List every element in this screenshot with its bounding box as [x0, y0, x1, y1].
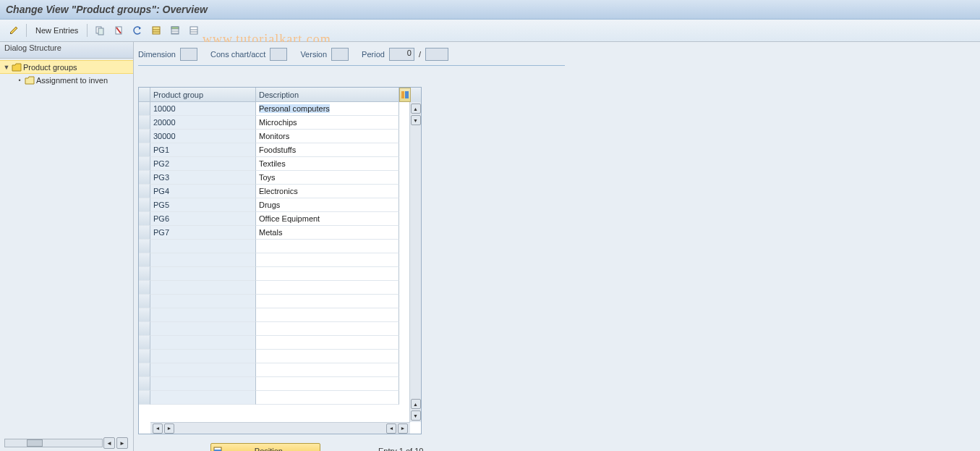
- undo-icon[interactable]: [129, 22, 145, 38]
- table-row[interactable]: 10000Personal computers: [139, 102, 421, 116]
- grid-selectall-header[interactable]: [139, 88, 150, 102]
- cell-product-group[interactable]: [150, 391, 256, 405]
- scrollbar-track[interactable]: [4, 439, 103, 447]
- grid-hscroll[interactable]: ◄ ► ◄ ►: [150, 422, 410, 434]
- table-row[interactable]: PG5Drugs: [139, 198, 421, 212]
- col-header-product-group[interactable]: Product group: [150, 88, 256, 102]
- table-row[interactable]: [139, 267, 421, 281]
- table-row[interactable]: [139, 281, 421, 295]
- row-select-handle[interactable]: [139, 281, 150, 295]
- version-input[interactable]: [331, 48, 349, 61]
- table-row[interactable]: [139, 377, 421, 391]
- tree-expand-icon[interactable]: ▼: [3, 64, 10, 71]
- scroll-left-icon[interactable]: ◄: [103, 437, 115, 449]
- scroll-up-step-icon[interactable]: ▼: [411, 115, 421, 125]
- col-header-description[interactable]: Description: [256, 88, 399, 102]
- cell-product-group[interactable]: [150, 377, 256, 391]
- cell-product-group[interactable]: [150, 253, 256, 267]
- scroll-right-icon[interactable]: ◄: [386, 423, 396, 434]
- table-row[interactable]: [139, 253, 421, 267]
- cell-description[interactable]: [256, 240, 399, 253]
- table-row[interactable]: [139, 322, 421, 336]
- cell-description[interactable]: [256, 281, 399, 295]
- cell-product-group[interactable]: [150, 322, 256, 336]
- cell-product-group[interactable]: PG7: [150, 226, 256, 240]
- cell-description[interactable]: Drugs: [256, 198, 399, 212]
- tree-node-assignment[interactable]: • Assignment to inven: [0, 74, 133, 86]
- period-input-a[interactable]: 0: [389, 48, 414, 61]
- scroll-up-icon[interactable]: ▲: [411, 104, 421, 114]
- scroll-left-icon[interactable]: ►: [164, 423, 174, 434]
- cell-product-group[interactable]: PG3: [150, 171, 256, 185]
- table-row[interactable]: 20000Microchips: [139, 116, 421, 130]
- scroll-first-icon[interactable]: ◄: [153, 423, 163, 434]
- cell-product-group[interactable]: [150, 240, 256, 253]
- cell-description[interactable]: Office Equipment: [256, 212, 399, 226]
- row-select-handle[interactable]: [139, 322, 150, 336]
- table-row[interactable]: 30000Monitors: [139, 130, 421, 143]
- table-row[interactable]: PG4Electronics: [139, 185, 421, 198]
- table-row[interactable]: PG2Textiles: [139, 157, 421, 171]
- row-select-handle[interactable]: [139, 240, 150, 253]
- delete-icon[interactable]: [111, 22, 127, 38]
- deselect-all-icon[interactable]: [186, 22, 202, 38]
- cell-description[interactable]: Toys: [256, 171, 399, 185]
- cell-product-group[interactable]: PG4: [150, 185, 256, 198]
- grid-vscroll[interactable]: ▲ ▼ ▲ ▼: [409, 102, 421, 422]
- row-select-handle[interactable]: [139, 253, 150, 267]
- cell-product-group[interactable]: 10000: [150, 102, 256, 116]
- copy-icon[interactable]: [92, 22, 108, 38]
- table-row[interactable]: [139, 391, 421, 405]
- cell-product-group[interactable]: [150, 267, 256, 281]
- period-input-b[interactable]: [425, 48, 448, 61]
- row-select-handle[interactable]: [139, 198, 150, 212]
- scroll-right-icon[interactable]: ►: [116, 437, 128, 449]
- cell-description[interactable]: Foodstuffs: [256, 143, 399, 157]
- row-select-handle[interactable]: [139, 157, 150, 171]
- cell-description[interactable]: [256, 267, 399, 281]
- table-row[interactable]: PG6Office Equipment: [139, 212, 421, 226]
- cell-description[interactable]: Microchips: [256, 116, 399, 130]
- row-select-handle[interactable]: [139, 377, 150, 391]
- position-button[interactable]: Position...: [210, 443, 320, 451]
- row-select-handle[interactable]: [139, 363, 150, 377]
- row-select-handle[interactable]: [139, 350, 150, 363]
- cell-description[interactable]: Metals: [256, 226, 399, 240]
- row-select-handle[interactable]: [139, 143, 150, 157]
- cell-product-group[interactable]: 20000: [150, 116, 256, 130]
- table-row[interactable]: [139, 350, 421, 363]
- row-select-handle[interactable]: [139, 267, 150, 281]
- row-select-handle[interactable]: [139, 391, 150, 405]
- cell-description[interactable]: [256, 377, 399, 391]
- scrollbar-thumb[interactable]: [27, 439, 43, 447]
- scroll-last-icon[interactable]: ►: [398, 423, 408, 434]
- cell-product-group[interactable]: PG1: [150, 143, 256, 157]
- cell-description[interactable]: [256, 322, 399, 336]
- row-select-handle[interactable]: [139, 212, 150, 226]
- cell-product-group[interactable]: [150, 363, 256, 377]
- cell-product-group[interactable]: [150, 350, 256, 363]
- cell-product-group[interactable]: PG2: [150, 157, 256, 171]
- table-row[interactable]: PG7Metals: [139, 226, 421, 240]
- row-select-handle[interactable]: [139, 295, 150, 308]
- scroll-down-icon[interactable]: ▼: [411, 410, 421, 421]
- table-row[interactable]: PG1Foodstuffs: [139, 143, 421, 157]
- cell-description[interactable]: Personal computers: [256, 102, 399, 116]
- row-select-handle[interactable]: [139, 226, 150, 240]
- row-select-handle[interactable]: [139, 130, 150, 143]
- select-block-icon[interactable]: [167, 22, 183, 38]
- cell-product-group[interactable]: [150, 281, 256, 295]
- table-row[interactable]: [139, 240, 421, 253]
- cell-description[interactable]: [256, 391, 399, 405]
- cell-description[interactable]: [256, 336, 399, 350]
- conschart-input[interactable]: [270, 48, 287, 61]
- row-select-handle[interactable]: [139, 185, 150, 198]
- row-select-handle[interactable]: [139, 171, 150, 185]
- toggle-edit-icon[interactable]: [6, 22, 22, 38]
- tree-node-product-groups[interactable]: ▼ Product groups: [0, 60, 133, 74]
- cell-description[interactable]: Textiles: [256, 157, 399, 171]
- table-row[interactable]: [139, 336, 421, 350]
- cell-product-group[interactable]: PG5: [150, 198, 256, 212]
- sidebar-hscroll[interactable]: ◄ ►: [4, 437, 129, 449]
- scroll-down-step-icon[interactable]: ▲: [411, 399, 421, 409]
